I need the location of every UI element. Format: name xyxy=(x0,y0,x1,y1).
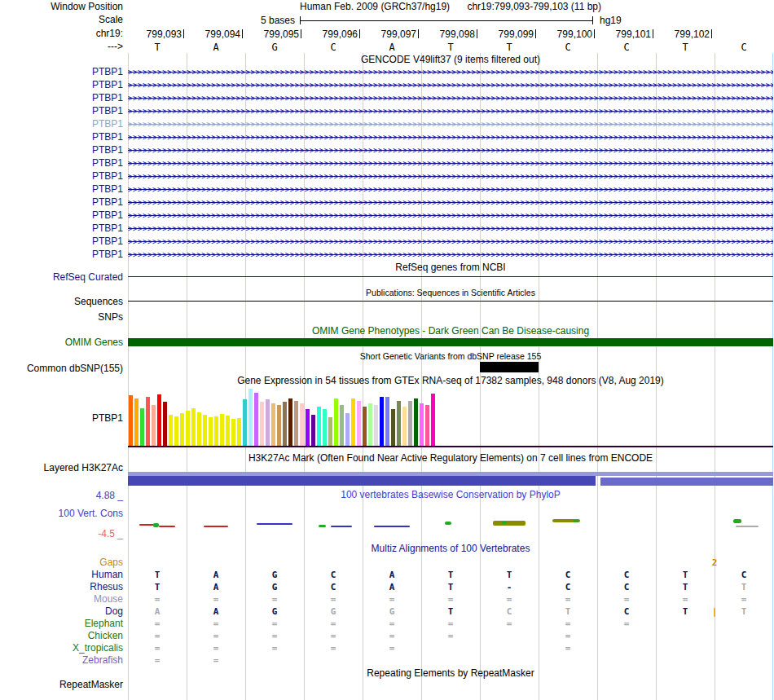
gtex-expression-bar[interactable] xyxy=(220,414,224,446)
gtex-expression-bar[interactable] xyxy=(129,395,133,446)
gencode-transcript-label[interactable]: PTBP1 xyxy=(0,171,123,182)
gtex-expression-bar[interactable] xyxy=(231,419,235,446)
dbsnp-variant-item[interactable] xyxy=(480,362,539,372)
alignment-species-label[interactable]: Zebrafish xyxy=(0,655,123,666)
gtex-expression-bar[interactable] xyxy=(277,405,281,446)
gtex-expression-bar[interactable] xyxy=(288,398,292,446)
gtex-expression-bar[interactable] xyxy=(180,413,184,446)
gtex-expression-bar[interactable] xyxy=(134,398,139,446)
gencode-transcript-label[interactable]: PTBP1 xyxy=(0,223,123,234)
gtex-expression-bar[interactable] xyxy=(140,408,144,446)
gtex-expression-bar[interactable] xyxy=(174,416,178,446)
h3k27ac-signal-segment[interactable] xyxy=(128,476,596,486)
gtex-expression-bar[interactable] xyxy=(243,399,247,446)
gencode-transcript-row[interactable]: >>>>>>>>>>>>>>>>>>>>>>>>>>>>>>>>>>>>>>>>… xyxy=(128,159,773,168)
gtex-expression-bar[interactable] xyxy=(214,416,218,446)
gencode-transcript-row[interactable]: >>>>>>>>>>>>>>>>>>>>>>>>>>>>>>>>>>>>>>>>… xyxy=(128,120,773,129)
alignment-species-label[interactable]: Dog xyxy=(0,606,123,617)
gencode-transcript-row[interactable]: >>>>>>>>>>>>>>>>>>>>>>>>>>>>>>>>>>>>>>>>… xyxy=(128,224,773,233)
gencode-transcript-row[interactable]: >>>>>>>>>>>>>>>>>>>>>>>>>>>>>>>>>>>>>>>>… xyxy=(128,237,773,246)
gencode-transcript-label[interactable]: PTBP1 xyxy=(0,249,123,260)
gtex-expression-bar[interactable] xyxy=(351,398,355,446)
gtex-expression-bar[interactable] xyxy=(294,401,298,446)
gtex-expression-bar[interactable] xyxy=(397,401,401,446)
gtex-expression-bar[interactable] xyxy=(152,405,156,446)
gencode-transcript-label[interactable]: PTBP1 xyxy=(0,106,123,117)
alignment-species-label[interactable]: Rhesus xyxy=(0,582,123,592)
gtex-expression-bar[interactable] xyxy=(271,403,275,446)
gtex-expression-bar[interactable] xyxy=(300,403,304,446)
alignment-species-label[interactable]: Mouse xyxy=(0,594,123,605)
gtex-expression-bar[interactable] xyxy=(266,399,270,446)
repeatmasker-label[interactable]: RepeatMasker xyxy=(0,680,123,690)
gencode-transcript-row[interactable]: >>>>>>>>>>>>>>>>>>>>>>>>>>>>>>>>>>>>>>>>… xyxy=(128,107,773,116)
alignment-gaps-label[interactable]: Gaps xyxy=(0,557,123,568)
gtex-expression-bar[interactable] xyxy=(414,398,418,446)
alignment-species-label[interactable]: Human xyxy=(0,570,123,580)
gtex-expression-bar[interactable] xyxy=(283,402,287,446)
gtex-expression-bar[interactable] xyxy=(248,389,253,446)
gtex-expression-bar[interactable] xyxy=(334,398,338,446)
gencode-transcript-label[interactable]: PTBP1 xyxy=(0,119,123,130)
publications-item[interactable] xyxy=(128,301,773,302)
gtex-gene-label[interactable]: PTBP1 xyxy=(0,413,123,424)
gtex-expression-bar[interactable] xyxy=(340,405,344,446)
sequences-label[interactable]: Sequences xyxy=(0,297,123,307)
gencode-transcript-label[interactable]: PTBP1 xyxy=(0,80,123,90)
gtex-expression-bar[interactable] xyxy=(260,402,264,446)
gtex-expression-bar[interactable] xyxy=(368,403,372,446)
gencode-transcript-label[interactable]: PTBP1 xyxy=(0,158,123,169)
gtex-expression-bar[interactable] xyxy=(157,394,161,446)
gencode-transcript-label[interactable]: PTBP1 xyxy=(0,184,123,195)
gtex-expression-bar[interactable] xyxy=(357,401,361,446)
gtex-expression-bar[interactable] xyxy=(163,402,167,446)
gtex-expression-bar[interactable] xyxy=(226,416,230,446)
gencode-transcript-row[interactable]: >>>>>>>>>>>>>>>>>>>>>>>>>>>>>>>>>>>>>>>>… xyxy=(128,81,773,90)
gtex-expression-bar[interactable] xyxy=(311,415,315,446)
gtex-expression-bar[interactable] xyxy=(420,403,424,446)
alignment-species-label[interactable]: Elephant xyxy=(0,619,123,629)
refseq-gene-item[interactable] xyxy=(128,276,773,277)
gencode-transcript-label[interactable]: PTBP1 xyxy=(0,236,123,247)
gencode-transcript-row[interactable]: >>>>>>>>>>>>>>>>>>>>>>>>>>>>>>>>>>>>>>>>… xyxy=(128,133,773,142)
gtex-expression-bar[interactable] xyxy=(408,401,412,446)
gtex-expression-bar[interactable] xyxy=(209,417,213,446)
gtex-expression-bar[interactable] xyxy=(345,413,350,446)
common-dbsnp-label[interactable]: Common dbSNP(155) xyxy=(0,363,123,374)
gencode-transcript-label[interactable]: PTBP1 xyxy=(0,197,123,208)
gtex-expression-bar[interactable] xyxy=(306,409,310,446)
snps-label[interactable]: SNPs xyxy=(0,312,123,323)
gtex-expression-bar[interactable] xyxy=(363,407,367,446)
alignment-species-label[interactable]: X_tropicalis xyxy=(0,643,123,654)
gtex-expression-bar[interactable] xyxy=(374,405,378,446)
gtex-expression-bar[interactable] xyxy=(385,397,389,446)
gtex-expression-bar[interactable] xyxy=(197,412,201,446)
gencode-transcript-label[interactable]: PTBP1 xyxy=(0,67,123,77)
h3k27ac-signal-segment[interactable] xyxy=(600,478,773,486)
gtex-expression-bar[interactable] xyxy=(402,407,407,446)
gtex-expression-bar[interactable] xyxy=(254,393,258,446)
gtex-expression-bar[interactable] xyxy=(391,409,395,446)
gencode-transcript-label[interactable]: PTBP1 xyxy=(0,132,123,143)
gtex-expression-bar[interactable] xyxy=(323,409,327,446)
gtex-expression-bar[interactable] xyxy=(425,405,429,446)
layered-h3k27ac-label[interactable]: Layered H3K27Ac xyxy=(0,463,123,473)
phylop-track-label[interactable]: 100 Vert. Cons xyxy=(0,508,123,519)
gencode-transcript-row[interactable]: >>>>>>>>>>>>>>>>>>>>>>>>>>>>>>>>>>>>>>>>… xyxy=(128,146,773,155)
gtex-expression-bar[interactable] xyxy=(146,397,150,446)
gencode-transcript-row[interactable]: >>>>>>>>>>>>>>>>>>>>>>>>>>>>>>>>>>>>>>>>… xyxy=(128,68,773,77)
gencode-transcript-row[interactable]: >>>>>>>>>>>>>>>>>>>>>>>>>>>>>>>>>>>>>>>>… xyxy=(128,198,773,207)
gtex-expression-bar[interactable] xyxy=(237,418,241,446)
gtex-expression-bar[interactable] xyxy=(431,394,435,446)
refseq-curated-label[interactable]: RefSeq Curated xyxy=(0,272,123,283)
gencode-transcript-row[interactable]: >>>>>>>>>>>>>>>>>>>>>>>>>>>>>>>>>>>>>>>>… xyxy=(128,172,773,181)
gencode-transcript-row[interactable]: >>>>>>>>>>>>>>>>>>>>>>>>>>>>>>>>>>>>>>>>… xyxy=(128,250,773,259)
gencode-transcript-row[interactable]: >>>>>>>>>>>>>>>>>>>>>>>>>>>>>>>>>>>>>>>>… xyxy=(128,211,773,220)
gtex-expression-bar[interactable] xyxy=(191,408,196,446)
gtex-expression-bar[interactable] xyxy=(317,407,321,446)
omim-genes-label[interactable]: OMIM Genes xyxy=(0,337,123,348)
gencode-transcript-label[interactable]: PTBP1 xyxy=(0,93,123,103)
omim-gene-item[interactable] xyxy=(128,338,773,346)
gtex-expression-bar[interactable] xyxy=(203,415,207,446)
gencode-transcript-row[interactable]: >>>>>>>>>>>>>>>>>>>>>>>>>>>>>>>>>>>>>>>>… xyxy=(128,185,773,194)
